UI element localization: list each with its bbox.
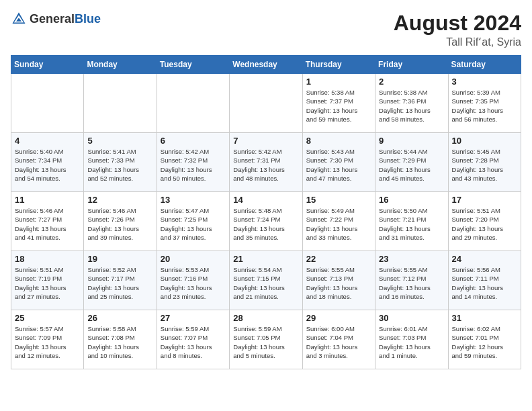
day-number: 13 [161, 195, 226, 205]
day-number: 21 [233, 254, 298, 264]
calendar-cell: 30Sunrise: 6:01 AMSunset: 7:03 PMDayligh… [375, 310, 448, 369]
calendar-cell: 1Sunrise: 5:38 AMSunset: 7:37 PMDaylight… [302, 74, 375, 133]
day-number: 14 [233, 195, 298, 205]
weekday-header-thursday: Thursday [302, 56, 375, 74]
calendar-cell: 25Sunrise: 5:57 AMSunset: 7:09 PMDayligh… [11, 310, 84, 369]
day-number: 7 [233, 136, 298, 146]
day-info: Sunrise: 5:44 AMSunset: 7:29 PMDaylight:… [379, 147, 444, 183]
calendar-cell [11, 74, 84, 133]
day-number: 3 [452, 77, 517, 87]
day-number: 24 [452, 254, 517, 264]
calendar-week-1: 1Sunrise: 5:38 AMSunset: 7:37 PMDaylight… [11, 74, 521, 133]
day-info: Sunrise: 5:46 AMSunset: 7:26 PMDaylight:… [87, 206, 152, 242]
calendar-cell: 12Sunrise: 5:46 AMSunset: 7:26 PMDayligh… [84, 192, 157, 251]
day-number: 22 [306, 254, 371, 264]
calendar-cell: 10Sunrise: 5:45 AMSunset: 7:28 PMDayligh… [448, 133, 521, 192]
day-number: 2 [379, 77, 444, 87]
calendar-week-3: 11Sunrise: 5:46 AMSunset: 7:27 PMDayligh… [11, 192, 521, 251]
day-number: 16 [379, 195, 444, 205]
day-number: 9 [379, 136, 444, 146]
calendar-cell: 18Sunrise: 5:51 AMSunset: 7:19 PMDayligh… [11, 251, 84, 310]
day-info: Sunrise: 5:42 AMSunset: 7:32 PMDaylight:… [161, 147, 226, 183]
weekday-header-wednesday: Wednesday [230, 56, 302, 74]
calendar-cell: 31Sunrise: 6:02 AMSunset: 7:01 PMDayligh… [448, 310, 521, 369]
weekday-header-saturday: Saturday [448, 56, 521, 74]
calendar-cell: 28Sunrise: 5:59 AMSunset: 7:05 PMDayligh… [230, 310, 302, 369]
day-info: Sunrise: 5:53 AMSunset: 7:16 PMDaylight:… [161, 265, 226, 301]
calendar-cell: 19Sunrise: 5:52 AMSunset: 7:17 PMDayligh… [84, 251, 157, 310]
calendar-cell: 14Sunrise: 5:48 AMSunset: 7:24 PMDayligh… [230, 192, 302, 251]
day-info: Sunrise: 5:56 AMSunset: 7:11 PMDaylight:… [452, 265, 517, 301]
day-info: Sunrise: 5:51 AMSunset: 7:19 PMDaylight:… [15, 265, 80, 301]
day-info: Sunrise: 5:54 AMSunset: 7:15 PMDaylight:… [233, 265, 298, 301]
weekday-header-tuesday: Tuesday [157, 56, 229, 74]
day-info: Sunrise: 5:58 AMSunset: 7:08 PMDaylight:… [87, 324, 152, 360]
logo: GeneralBlue [11, 11, 101, 27]
day-info: Sunrise: 5:50 AMSunset: 7:21 PMDaylight:… [379, 206, 444, 242]
day-number: 10 [452, 136, 517, 146]
logo-blue: Blue [75, 12, 101, 26]
day-info: Sunrise: 5:49 AMSunset: 7:22 PMDaylight:… [306, 206, 371, 242]
day-info: Sunrise: 5:38 AMSunset: 7:36 PMDaylight:… [379, 88, 444, 124]
day-info: Sunrise: 5:59 AMSunset: 7:07 PMDaylight:… [161, 324, 226, 360]
weekday-header-monday: Monday [84, 56, 157, 74]
day-info: Sunrise: 5:48 AMSunset: 7:24 PMDaylight:… [233, 206, 298, 242]
calendar-table: SundayMondayTuesdayWednesdayThursdayFrid… [11, 55, 521, 369]
calendar-cell: 24Sunrise: 5:56 AMSunset: 7:11 PMDayligh… [448, 251, 521, 310]
day-info: Sunrise: 6:02 AMSunset: 7:01 PMDaylight:… [452, 324, 517, 360]
day-info: Sunrise: 5:40 AMSunset: 7:34 PMDaylight:… [15, 147, 80, 183]
calendar-cell: 23Sunrise: 5:55 AMSunset: 7:12 PMDayligh… [375, 251, 448, 310]
weekday-header-sunday: Sunday [11, 56, 84, 74]
calendar-cell: 27Sunrise: 5:59 AMSunset: 7:07 PMDayligh… [157, 310, 229, 369]
calendar-cell: 13Sunrise: 5:47 AMSunset: 7:25 PMDayligh… [157, 192, 229, 251]
day-number: 4 [15, 136, 80, 146]
calendar-cell: 6Sunrise: 5:42 AMSunset: 7:32 PMDaylight… [157, 133, 229, 192]
day-info: Sunrise: 5:42 AMSunset: 7:31 PMDaylight:… [233, 147, 298, 183]
day-number: 23 [379, 254, 444, 264]
day-number: 28 [233, 313, 298, 323]
calendar-cell: 21Sunrise: 5:54 AMSunset: 7:15 PMDayligh… [230, 251, 302, 310]
calendar-cell: 11Sunrise: 5:46 AMSunset: 7:27 PMDayligh… [11, 192, 84, 251]
month-year: August 2024 [394, 11, 521, 36]
logo-general: General [30, 12, 75, 26]
day-info: Sunrise: 5:41 AMSunset: 7:33 PMDaylight:… [87, 147, 152, 183]
day-info: Sunrise: 5:46 AMSunset: 7:27 PMDaylight:… [15, 206, 80, 242]
day-info: Sunrise: 6:01 AMSunset: 7:03 PMDaylight:… [379, 324, 444, 360]
weekday-header-friday: Friday [375, 56, 448, 74]
calendar-cell: 3Sunrise: 5:39 AMSunset: 7:35 PMDaylight… [448, 74, 521, 133]
day-number: 5 [87, 136, 152, 146]
calendar-header-row: SundayMondayTuesdayWednesdayThursdayFrid… [11, 56, 521, 74]
calendar-cell: 16Sunrise: 5:50 AMSunset: 7:21 PMDayligh… [375, 192, 448, 251]
calendar-cell: 26Sunrise: 5:58 AMSunset: 7:08 PMDayligh… [84, 310, 157, 369]
day-number: 15 [306, 195, 371, 205]
day-info: Sunrise: 6:00 AMSunset: 7:04 PMDaylight:… [306, 324, 371, 360]
day-number: 20 [161, 254, 226, 264]
day-info: Sunrise: 5:59 AMSunset: 7:05 PMDaylight:… [233, 324, 298, 360]
calendar-cell: 29Sunrise: 6:00 AMSunset: 7:04 PMDayligh… [302, 310, 375, 369]
day-number: 19 [87, 254, 152, 264]
day-number: 31 [452, 313, 517, 323]
day-info: Sunrise: 5:43 AMSunset: 7:30 PMDaylight:… [306, 147, 371, 183]
day-number: 12 [87, 195, 152, 205]
day-number: 11 [15, 195, 80, 205]
calendar-cell: 4Sunrise: 5:40 AMSunset: 7:34 PMDaylight… [11, 133, 84, 192]
calendar-cell: 15Sunrise: 5:49 AMSunset: 7:22 PMDayligh… [302, 192, 375, 251]
page-header: GeneralBlue August 2024 Tall Rifʻat, Syr… [11, 11, 521, 48]
day-number: 8 [306, 136, 371, 146]
day-number: 18 [15, 254, 80, 264]
day-info: Sunrise: 5:45 AMSunset: 7:28 PMDaylight:… [452, 147, 517, 183]
calendar-cell: 22Sunrise: 5:55 AMSunset: 7:13 PMDayligh… [302, 251, 375, 310]
calendar-cell: 8Sunrise: 5:43 AMSunset: 7:30 PMDaylight… [302, 133, 375, 192]
calendar-cell: 2Sunrise: 5:38 AMSunset: 7:36 PMDaylight… [375, 74, 448, 133]
day-number: 29 [306, 313, 371, 323]
calendar-cell: 17Sunrise: 5:51 AMSunset: 7:20 PMDayligh… [448, 192, 521, 251]
calendar-week-4: 18Sunrise: 5:51 AMSunset: 7:19 PMDayligh… [11, 251, 521, 310]
day-info: Sunrise: 5:47 AMSunset: 7:25 PMDaylight:… [161, 206, 226, 242]
day-info: Sunrise: 5:51 AMSunset: 7:20 PMDaylight:… [452, 206, 517, 242]
calendar-cell: 9Sunrise: 5:44 AMSunset: 7:29 PMDaylight… [375, 133, 448, 192]
day-number: 30 [379, 313, 444, 323]
calendar-cell [230, 74, 302, 133]
day-info: Sunrise: 5:38 AMSunset: 7:37 PMDaylight:… [306, 88, 371, 124]
calendar-cell [84, 74, 157, 133]
calendar-cell: 7Sunrise: 5:42 AMSunset: 7:31 PMDaylight… [230, 133, 302, 192]
